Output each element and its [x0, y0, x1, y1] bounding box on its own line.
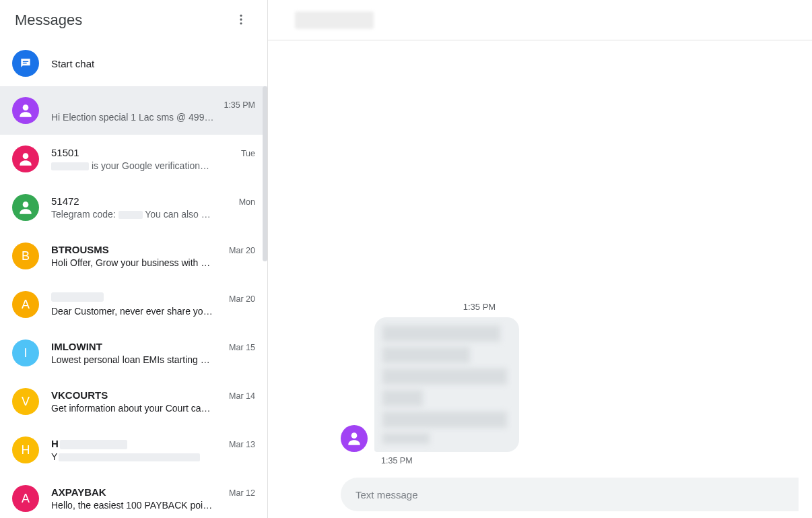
main-pane: 1:35 PM 1:35 PM — [268, 0, 812, 518]
svg-rect-3 — [23, 61, 28, 62]
avatar — [12, 97, 39, 124]
conversation-preview: is your Google verification… — [51, 160, 255, 171]
conversation-time: Tue — [241, 149, 255, 158]
conversation-preview: Dear Customer, never ever share yo… — [51, 306, 255, 317]
conversation-name: 51472 — [51, 195, 79, 207]
conversation-body: Mar 20 Dear Customer, never ever share y… — [51, 292, 255, 317]
conversation-item[interactable]: 51472 Mon Telegram code: You can also … — [0, 183, 267, 232]
timestamp-label: 1:35 PM — [281, 302, 799, 312]
redacted-message-content — [382, 325, 511, 444]
conversation-body: 51472 Mon Telegram code: You can also … — [51, 195, 255, 220]
conversation-name: IMLOWINT — [51, 341, 102, 352]
sidebar: Messages Start chat — [0, 0, 268, 518]
message-row — [281, 317, 799, 452]
avatar-letter: B — [22, 249, 30, 263]
start-chat-label: Start chat — [51, 58, 94, 69]
svg-point-8 — [351, 432, 358, 439]
avatar: V — [12, 388, 39, 415]
conversation-preview: Get information about your Court ca… — [51, 403, 255, 414]
conversation-body: H Mar 13 Y — [51, 438, 255, 462]
sidebar-header: Messages — [0, 0, 267, 40]
conversation-preview: Y — [51, 451, 255, 462]
avatar: H — [12, 436, 39, 463]
conversation-time: Mar 13 — [229, 440, 255, 449]
svg-point-7 — [23, 201, 29, 207]
svg-point-6 — [23, 153, 29, 159]
more-vert-icon — [234, 13, 248, 28]
conversation-name — [51, 292, 104, 302]
redacted-text — [51, 162, 89, 170]
page-title: Messages — [15, 11, 82, 29]
avatar — [12, 145, 39, 172]
conversation-time: Mar 20 — [229, 294, 255, 304]
conversation-preview: Holi Offer, Grow your business with … — [51, 257, 255, 268]
conversation-item[interactable]: B BTROUSMS Mar 20 Holi Offer, Grow your … — [0, 232, 267, 280]
scrollbar-thumb[interactable] — [263, 86, 267, 261]
avatar: A — [12, 485, 39, 512]
conversation-preview: Hello, the easiest 100 PAYBACK poi… — [51, 500, 255, 511]
conversation-time: 1:35 PM — [224, 100, 255, 110]
avatar-letter: A — [22, 492, 30, 506]
conversation-time: Mon — [239, 197, 255, 207]
avatar-letter: H — [22, 443, 30, 457]
conversation-name: VKCOURTS — [51, 389, 108, 401]
conversation-name: AXPAYBAK — [51, 486, 106, 498]
conversation-preview: Telegram code: You can also … — [51, 209, 255, 220]
chat-header — [268, 0, 812, 40]
svg-point-2 — [240, 22, 242, 24]
redacted-text — [119, 211, 143, 219]
conversation-body: BTROUSMS Mar 20 Holi Offer, Grow your bu… — [51, 244, 255, 268]
conversation-item[interactable]: A Mar 20 Dear Customer, never ever share… — [0, 280, 267, 329]
conversation-item[interactable]: 51501 Tue is your Google verification… — [0, 135, 267, 183]
conversation-item[interactable]: H H Mar 13 Y — [0, 426, 267, 474]
sender-avatar — [341, 425, 368, 452]
conversation-time: Mar 15 — [229, 343, 255, 352]
message-bubble[interactable] — [374, 317, 519, 452]
svg-point-0 — [240, 14, 242, 16]
conversation-body: AXPAYBAK Mar 12 Hello, the easiest 100 P… — [51, 486, 255, 511]
svg-rect-4 — [23, 63, 27, 63]
chat-title-redacted — [295, 11, 374, 29]
conversation-item[interactable]: 1:35 PM Hi Election special 1 Lac sms @ … — [0, 86, 267, 135]
conversation-name: H — [51, 438, 127, 449]
conversation-body: VKCOURTS Mar 14 Get information about yo… — [51, 389, 255, 414]
avatar-letter: V — [22, 395, 30, 409]
chat-icon — [12, 50, 39, 77]
app: Messages Start chat — [0, 0, 812, 518]
more-options-button[interactable] — [228, 7, 255, 34]
avatar-letter: A — [22, 298, 30, 312]
conversation-list[interactable]: 1:35 PM Hi Election special 1 Lac sms @ … — [0, 86, 267, 518]
svg-point-5 — [23, 104, 29, 110]
conversation-item[interactable]: I IMLOWINT Mar 15 Lowest personal loan E… — [0, 329, 267, 377]
message-composer[interactable] — [341, 478, 799, 511]
avatar: I — [12, 339, 39, 366]
message-input[interactable] — [356, 489, 784, 500]
redacted-text — [60, 440, 127, 449]
conversation-body: 1:35 PM Hi Election special 1 Lac sms @ … — [51, 98, 255, 123]
message-time: 1:35 PM — [281, 456, 799, 465]
conversation-body: 51501 Tue is your Google verification… — [51, 147, 255, 171]
conversation-name: BTROUSMS — [51, 244, 109, 255]
svg-point-1 — [240, 18, 242, 20]
start-chat-button[interactable]: Start chat — [0, 40, 267, 86]
avatar: A — [12, 291, 39, 318]
conversation-time: Mar 12 — [229, 488, 255, 498]
avatar-letter: I — [24, 346, 27, 360]
conversation-preview: Lowest personal loan EMIs starting … — [51, 354, 255, 365]
conversation-item[interactable]: A AXPAYBAK Mar 12 Hello, the easiest 100… — [0, 474, 267, 518]
conversation-body: IMLOWINT Mar 15 Lowest personal loan EMI… — [51, 341, 255, 365]
conversation-time: Mar 20 — [229, 246, 255, 255]
conversation-preview: Hi Election special 1 Lac sms @ 499… — [51, 112, 255, 123]
conversation-name — [51, 98, 112, 108]
conversation-name: 51501 — [51, 147, 79, 158]
avatar — [12, 194, 39, 221]
conversation-item[interactable]: V VKCOURTS Mar 14 Get information about … — [0, 377, 267, 426]
conversation-area: 1:35 PM 1:35 PM — [268, 40, 812, 518]
avatar: B — [12, 242, 39, 269]
conversation-time: Mar 14 — [229, 391, 255, 401]
redacted-text — [59, 453, 200, 461]
